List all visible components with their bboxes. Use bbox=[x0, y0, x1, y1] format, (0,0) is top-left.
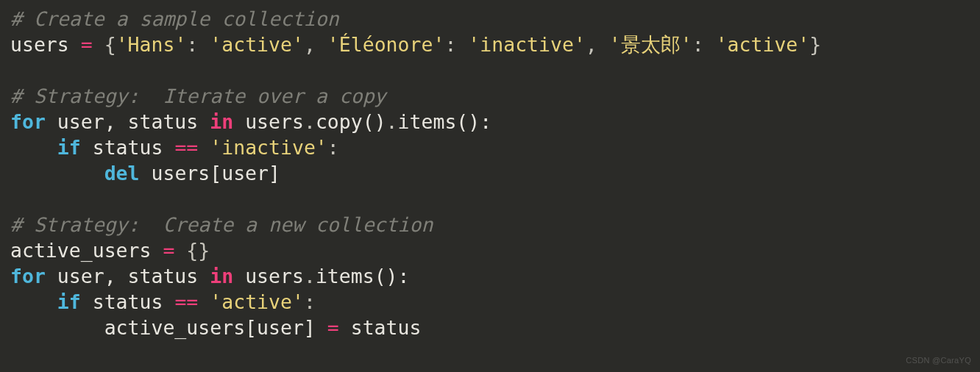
code-text: 'Éléonore' bbox=[327, 33, 445, 56]
code-text: { bbox=[104, 33, 116, 56]
code-text: == bbox=[174, 290, 198, 313]
code-text: user, status bbox=[46, 110, 210, 133]
code-text: in bbox=[210, 110, 233, 133]
code-text: for bbox=[10, 265, 46, 287]
code-text: in bbox=[210, 265, 233, 287]
code-text: , bbox=[304, 33, 327, 56]
code-text: 'active' bbox=[716, 33, 810, 56]
code-text: '景太郎' bbox=[609, 33, 692, 56]
comment: # Create a sample collection bbox=[10, 7, 339, 30]
watermark: CSDN @CaraYQ bbox=[906, 356, 971, 365]
code-text: items(): bbox=[398, 110, 492, 133]
code-text: . bbox=[304, 110, 316, 133]
code-text: items(): bbox=[316, 265, 410, 287]
code-text: if bbox=[57, 136, 81, 159]
code-text: == bbox=[174, 136, 198, 159]
code-text: 'active' bbox=[210, 290, 304, 313]
code-text: 'active' bbox=[210, 33, 304, 56]
code-text bbox=[10, 162, 104, 185]
code-text: = bbox=[327, 316, 339, 339]
code-text: 'inactive' bbox=[468, 33, 586, 56]
code-text: copy() bbox=[316, 110, 386, 133]
code-text: , bbox=[586, 33, 609, 56]
code-text: : bbox=[186, 33, 210, 56]
code-text: del bbox=[104, 162, 140, 185]
code-text: status bbox=[81, 136, 175, 159]
comment: # Strategy: Create a new collection bbox=[10, 213, 433, 236]
code-text: users bbox=[233, 110, 304, 133]
code-text: {} bbox=[186, 239, 210, 262]
code-text: : bbox=[692, 33, 716, 56]
code-text: users[user] bbox=[140, 162, 280, 185]
code-text: = bbox=[163, 239, 186, 262]
code-text: : bbox=[444, 33, 468, 56]
code-text: user, status bbox=[46, 265, 210, 287]
code-text: : bbox=[304, 290, 316, 313]
code-block: # Create a sample collection users = {'H… bbox=[0, 0, 980, 346]
code-text: status bbox=[339, 316, 422, 339]
code-text bbox=[10, 136, 57, 159]
code-text: 'inactive' bbox=[210, 136, 327, 159]
code-text: if bbox=[57, 290, 81, 313]
code-text: . bbox=[386, 110, 398, 133]
code-text: active_users[user] bbox=[10, 316, 327, 339]
code-text: users bbox=[233, 265, 304, 287]
code-text: = bbox=[81, 33, 104, 56]
code-text: active_users bbox=[10, 239, 163, 262]
code-text: 'Hans' bbox=[116, 33, 187, 56]
code-text: status bbox=[81, 290, 175, 313]
code-text bbox=[10, 290, 57, 313]
code-text: : bbox=[327, 136, 339, 159]
code-text bbox=[198, 290, 210, 313]
code-text: users bbox=[10, 33, 81, 56]
code-text: . bbox=[304, 265, 316, 287]
code-text: } bbox=[809, 33, 821, 56]
code-text: for bbox=[10, 110, 46, 133]
code-text bbox=[198, 136, 210, 159]
comment: # Strategy: Iterate over a copy bbox=[10, 85, 386, 107]
